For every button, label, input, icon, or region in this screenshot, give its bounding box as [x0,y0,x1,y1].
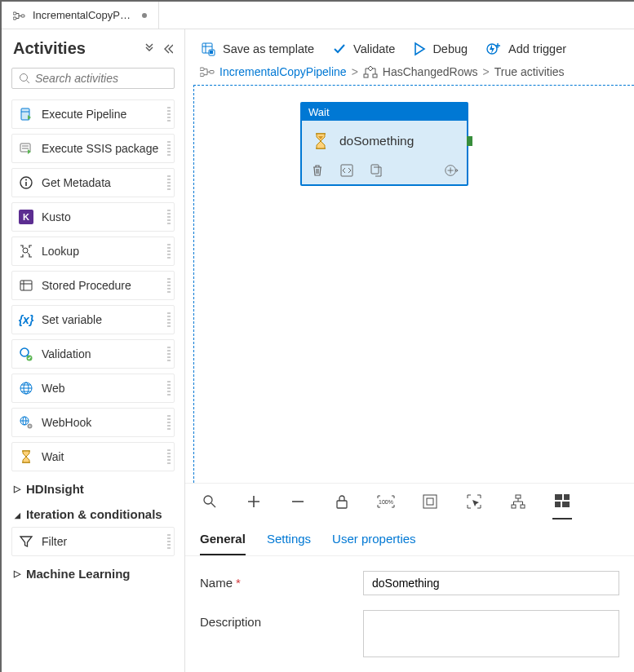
add-trigger-button[interactable]: Add trigger [485,41,566,57]
category-hdinsight[interactable]: HDInsight [8,474,178,499]
zoom-in-icon[interactable] [244,484,264,519]
activity-label: Set variable [42,313,102,326]
get-metadata-icon [19,175,33,190]
activity-lookup[interactable]: Lookup [11,237,175,266]
name-input[interactable] [363,571,619,595]
svg-rect-8 [25,182,27,186]
activity-label: Lookup [42,245,79,258]
lock-icon[interactable] [332,484,352,519]
activity-kusto[interactable]: K Kusto [11,202,175,232]
category-iteration-conditionals[interactable]: Iteration & conditionals [8,499,178,524]
activity-label: WebHook [42,416,91,429]
zoom-search-icon[interactable] [200,484,219,519]
activity-execute-ssis[interactable]: Execute SSIS package [11,134,175,163]
debug-button[interactable]: Debug [413,42,468,56]
activity-label: Execute Pipeline [42,108,126,121]
description-label: Description [200,610,363,629]
activity-label: Get Metadata [42,176,111,189]
chevron-right-icon: > [483,65,490,78]
stored-procedure-icon [19,278,33,293]
svg-rect-40 [555,494,562,500]
activity-set-variable[interactable]: {x} Set variable [11,305,175,334]
activity-get-metadata[interactable]: Get Metadata [11,168,175,197]
add-output-icon[interactable] [444,163,459,178]
svg-rect-33 [337,501,347,508]
code-icon[interactable] [339,163,354,178]
breadcrumb-mid: HasChangedRows [383,65,478,78]
minimap-icon[interactable] [552,484,572,519]
activity-label: Kusto [42,210,71,223]
tab-bar: IncrementalCopyPip... [2,2,634,29]
property-tabs: General Settings User properties [185,519,634,556]
node-type: Wait [302,104,467,121]
auto-layout-icon[interactable] [508,484,528,519]
breadcrumb-leaf: True activities [494,65,565,78]
tab-user-properties[interactable]: User properties [332,527,416,555]
select-mode-icon[interactable] [464,484,484,519]
svg-rect-37 [516,495,521,498]
svg-rect-41 [564,494,570,500]
activity-filter[interactable]: Filter [11,527,175,556]
svg-rect-43 [562,502,570,507]
expand-all-icon[interactable] [144,43,155,55]
validate-button[interactable]: Validate [332,42,395,56]
wait-icon [19,449,33,464]
activity-label: Stored Procedure [42,279,131,292]
svg-rect-12 [20,281,32,290]
caret-icon [13,484,21,494]
svg-text:100%: 100% [379,499,393,505]
svg-rect-39 [521,505,525,508]
save-template-button[interactable]: Save as template [200,41,314,57]
svg-point-32 [204,496,212,504]
svg-point-20 [29,426,31,427]
activity-label: Web [42,382,65,395]
toolbar: Save as template Validate Debug Add trig… [185,29,634,65]
name-label: Name* [200,571,363,590]
copy-icon[interactable] [369,163,384,178]
node-title: doSomething [339,134,414,148]
activity-wait[interactable]: Wait [11,442,175,471]
activity-web[interactable]: Web [11,374,175,403]
unsaved-dot-icon [142,13,147,18]
canvas-toolbar: 100% [185,483,634,519]
search-activities[interactable] [11,68,175,89]
svg-rect-24 [200,68,204,71]
delete-icon[interactable] [310,163,325,178]
wait-activity-node[interactable]: Wait doSomething [300,102,468,186]
activity-webhook[interactable]: WebHook [11,408,175,437]
editor-tab[interactable]: IncrementalCopyPip... [2,2,159,29]
general-form: Name* Description [185,556,634,672]
svg-rect-36 [427,498,433,505]
tab-settings[interactable]: Settings [267,527,311,555]
activity-validation[interactable]: Validation [11,339,175,369]
activity-label: Filter [42,535,67,548]
collapse-panel-icon[interactable] [162,43,173,55]
caret-icon [13,510,21,519]
validation-icon [19,347,33,361]
activity-stored-procedure[interactable]: Stored Procedure [11,271,175,300]
zoom-100-icon[interactable]: 100% [376,484,396,519]
tab-general[interactable]: General [200,527,246,555]
fit-screen-icon[interactable] [420,484,440,519]
svg-rect-1 [13,17,16,20]
search-icon [19,73,30,84]
filter-icon [19,534,33,549]
pipeline-icon [13,11,26,20]
svg-rect-35 [423,495,437,508]
main-area: Save as template Validate Debug Add trig… [185,29,634,672]
webhook-icon [19,415,33,430]
zoom-out-icon[interactable] [288,484,308,519]
breadcrumb-root[interactable]: IncrementalCopyPipeline [219,65,347,78]
category-label: HDInsight [26,482,84,496]
activity-label: Validation [42,347,91,360]
canvas[interactable]: Wait doSomething [193,85,634,483]
category-machine-learning[interactable]: Machine Learning [8,559,178,584]
description-input[interactable] [363,610,619,657]
activity-execute-pipeline[interactable]: Execute Pipeline [11,99,175,129]
kusto-icon: K [19,210,33,224]
svg-point-3 [20,74,28,82]
activity-label: Wait [42,450,64,463]
success-port[interactable] [467,136,472,146]
lookup-icon [19,244,33,259]
search-input[interactable] [35,72,167,85]
